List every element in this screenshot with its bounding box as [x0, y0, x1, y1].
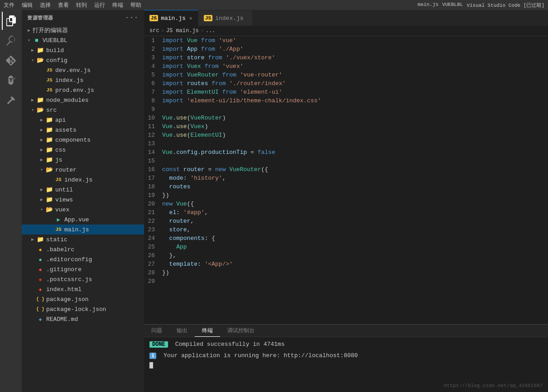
file-dev-env-label: dev.env.js [55, 67, 91, 74]
folder-css[interactable]: ▶ 📁 css [22, 145, 144, 155]
tab-index-js[interactable]: JS index.js [198, 10, 253, 26]
line-content: mode: 'history', [162, 174, 548, 182]
terminal-tabs: 问题 输出 终端 调试控制台 [144, 325, 548, 337]
file-prod-env[interactable]: JS prod.env.js [22, 85, 144, 95]
tab-main-js-close[interactable]: ✕ [189, 15, 192, 22]
folder-components[interactable]: ▶ 📁 components [22, 135, 144, 145]
folder-node-modules-label: node_modules [46, 97, 89, 104]
code-line: 3import store from './vuex/store' [144, 53, 548, 62]
line-content: Vue.use(VueRouter) [162, 114, 548, 122]
folder-src[interactable]: ▾ 📂 src [22, 105, 144, 115]
open-editors-header[interactable]: ▶ 打开的编辑器 [22, 25, 144, 35]
line-number: 9 [144, 105, 162, 114]
file-main-js[interactable]: JS main.js [22, 225, 144, 234]
line-content: import routes from './router/index' [162, 79, 548, 88]
file-readme[interactable]: ◆ README.md [22, 314, 144, 324]
file-app-vue[interactable]: ▶ App.vue [22, 215, 144, 225]
line-content: new Vue({ [162, 200, 548, 208]
line-content: }, [162, 251, 548, 260]
breadcrumb-sep1: › [161, 28, 164, 34]
code-line: 8import 'element-ui/lib/theme-chalk/inde… [144, 96, 548, 105]
code-line: 20new Vue({ [144, 200, 548, 208]
folder-static-label: static [46, 236, 67, 243]
menu-run[interactable]: 运行 [94, 1, 105, 9]
folder-router[interactable]: ▾ 📂 router [22, 165, 144, 175]
menu-help[interactable]: 帮助 [130, 1, 141, 9]
menu-view[interactable]: 查看 [58, 1, 69, 9]
folder-static[interactable]: ▶ 📁 static [22, 234, 144, 244]
folder-components-label: components [55, 137, 91, 143]
line-number: 28 [144, 268, 162, 277]
folder-views-label: views [55, 196, 73, 203]
breadcrumb-file: JS main.js [166, 28, 199, 34]
activity-search[interactable] [2, 32, 20, 50]
menu-edit[interactable]: 编辑 [22, 1, 33, 9]
menu-select[interactable]: 选择 [40, 1, 51, 9]
activity-extensions[interactable] [2, 91, 20, 110]
terminal-tab-debug[interactable]: 调试控制台 [220, 325, 262, 337]
folder-until[interactable]: ▶ 📁 until [22, 185, 144, 195]
file-app-vue-label: App.vue [64, 216, 89, 223]
editor-area: JS main.js ✕ JS index.js src › JS main.j… [144, 10, 548, 392]
terminal-compiled-text: Compiled successfully in 4741ms [175, 341, 285, 348]
file-package-lock[interactable]: { } package-lock.json [22, 304, 144, 314]
line-number: 21 [144, 208, 162, 217]
line-number: 27 [144, 260, 162, 268]
line-content: router, [162, 217, 548, 225]
tab-index-js-icon: JS [204, 15, 212, 21]
activity-debug[interactable] [2, 72, 20, 90]
tab-main-js[interactable]: JS main.js ✕ [144, 10, 198, 26]
line-number: 2 [144, 45, 162, 53]
sidebar-menu-dots[interactable]: ··· [125, 14, 139, 22]
line-content [162, 277, 548, 286]
terminal-running-text: Your application is running here: http:/… [163, 352, 358, 359]
terminal-done-line: DONE Compiled successfully in 4741ms [149, 341, 543, 348]
terminal-tab-issues[interactable]: 问题 [144, 325, 169, 337]
folder-build[interactable]: ▶ 📁 build [22, 45, 144, 55]
file-index-html-label: index.html [46, 286, 82, 293]
activity-explorer[interactable] [2, 12, 20, 30]
folder-config[interactable]: ▾ 📂 config [22, 55, 144, 65]
terminal-tab-output[interactable]: 输出 [169, 325, 195, 337]
menu-goto[interactable]: 转到 [76, 1, 87, 9]
terminal-running-line: i Your application is running here: http… [149, 352, 543, 359]
folder-build-label: build [46, 47, 64, 54]
file-package-json[interactable]: { } package.json [22, 294, 144, 304]
terminal-wrapper: DONE Compiled successfully in 4741ms i Y… [144, 337, 548, 392]
code-editor[interactable]: 1import Vue from 'vue'2import App from '… [144, 36, 548, 324]
file-gitignore[interactable]: ◆ .gitignore [22, 264, 144, 274]
line-number: 29 [144, 277, 162, 286]
file-babelrc[interactable]: ◆ .babelrc [22, 244, 144, 254]
file-index-html[interactable]: ◆ index.html [22, 284, 144, 294]
terminal-done-badge: DONE [149, 341, 168, 348]
breadcrumb-dots: ... [206, 28, 216, 34]
line-number: 8 [144, 96, 162, 105]
line-number: 19 [144, 191, 162, 200]
code-line: 18 routes [144, 182, 548, 191]
code-line: 19}) [144, 191, 548, 200]
folder-api[interactable]: ▶ 📁 api [22, 115, 144, 125]
file-gitignore-label: .gitignore [46, 266, 82, 273]
menu-file[interactable]: 文件 [4, 1, 14, 9]
code-line: 1import Vue from 'vue' [144, 36, 548, 45]
folder-views[interactable]: ▶ 📁 views [22, 195, 144, 205]
file-dev-env[interactable]: JS dev.env.js [22, 65, 144, 75]
line-number: 16 [144, 165, 162, 174]
folder-node-modules[interactable]: ▶ 📁 node_modules [22, 95, 144, 105]
folder-config-label: config [46, 57, 67, 64]
folder-js[interactable]: ▶ 📁 js [22, 155, 144, 165]
root-folder[interactable]: ▾ ■ VUEBLBL [22, 35, 144, 45]
menu-terminal[interactable]: 终端 [112, 1, 123, 9]
code-line: 21 el: '#app', [144, 208, 548, 217]
folder-vuex[interactable]: ▾ 📂 vuex [22, 205, 144, 215]
file-index-config[interactable]: JS index.js [22, 75, 144, 85]
file-router-index[interactable]: JS index.js [22, 175, 144, 185]
activity-git[interactable] [2, 52, 20, 70]
file-postcssrc[interactable]: ◆ .postcssrc.js [22, 274, 144, 284]
file-editorconfig[interactable]: ◆ .editorconfig [22, 254, 144, 264]
folder-assets[interactable]: ▶ 📁 assets [22, 125, 144, 135]
line-number: 22 [144, 217, 162, 225]
code-line: 11Vue.use(Vuex) [144, 122, 548, 131]
terminal-tab-terminal[interactable]: 终端 [195, 325, 220, 337]
line-number: 5 [144, 71, 162, 79]
